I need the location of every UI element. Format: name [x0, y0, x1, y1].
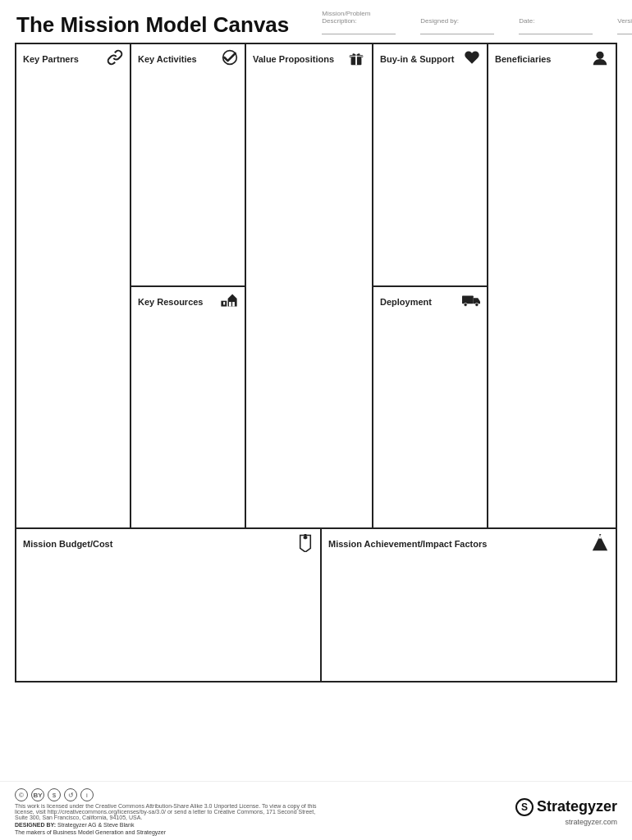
- heart-icon: [464, 49, 480, 70]
- beneficiaries-cell: Beneficiaries: [488, 44, 616, 527]
- page-header: The Mission Model Canvas Mission/Problem…: [0, 0, 632, 43]
- deployment-cell: Deployment: [373, 287, 487, 528]
- version-field: Version:: [617, 17, 632, 34]
- svg-rect-6: [223, 302, 225, 304]
- value-propositions-label: Value Propositions: [253, 54, 334, 64]
- gift-icon: [347, 49, 365, 71]
- buyin-support-cell: Buy-in & Support: [373, 44, 487, 287]
- svg-marker-3: [228, 294, 237, 299]
- workers-icon: [220, 292, 238, 313]
- value-propositions-cell: Value Propositions: [246, 44, 373, 527]
- license-text: This work is licensed under the Creative…: [15, 803, 327, 820]
- svg-point-13: [475, 303, 479, 306]
- cc-info-icon: i: [80, 788, 94, 801]
- beneficiaries-label: Beneficiaries: [495, 54, 551, 64]
- check-icon: [222, 49, 238, 70]
- cc-nc-icon: $: [48, 788, 61, 801]
- key-resources-label: Key Resources: [138, 297, 204, 307]
- designed-by-field: Designed by:: [420, 17, 494, 34]
- canvas-bottom-row: Mission Budget/Cost Mission Achievement/…: [16, 529, 616, 681]
- mission-achievement-cell: Mission Achievement/Impact Factors: [322, 529, 616, 681]
- key-activities-cell: Key Activities: [131, 44, 245, 287]
- canvas-wrapper: Key Partners Key Activities: [0, 43, 632, 778]
- designed-by: DESIGNED BY: Strategyzer AG & Steve Blan…: [15, 822, 327, 828]
- canvas: Key Partners Key Activities: [15, 43, 617, 682]
- svg-rect-10: [350, 56, 364, 57]
- link-icon: [107, 49, 123, 70]
- page-title: The Mission Model Canvas: [16, 12, 289, 38]
- mission-budget-label: Mission Budget/Cost: [23, 539, 112, 549]
- key-partners-label: Key Partners: [23, 54, 79, 64]
- person-icon: [591, 49, 609, 71]
- svg-rect-4: [229, 302, 231, 307]
- activities-resources-column: Key Activities Key Resources: [131, 44, 246, 527]
- strategyzer-logo-icon: S: [515, 798, 534, 816]
- cc-by-icon: BY: [31, 788, 44, 801]
- deployment-label: Deployment: [380, 297, 432, 307]
- key-partners-cell: Key Partners: [16, 44, 131, 527]
- svg-point-12: [464, 303, 467, 306]
- tag-icon: [297, 534, 314, 556]
- strategyzer-url: strategyzer.com: [565, 818, 617, 826]
- buyin-support-label: Buy-in & Support: [380, 54, 454, 64]
- cc-sa-icon: ↺: [64, 788, 77, 801]
- mission-achievement-label: Mission Achievement/Impact Factors: [328, 539, 487, 549]
- footer: © BY $ ↺ i This work is licensed under t…: [0, 781, 632, 840]
- date-field: Date:: [519, 17, 593, 34]
- key-resources-cell: Key Resources: [131, 287, 245, 528]
- mountain-icon: [591, 534, 609, 556]
- mission-budget-cell: Mission Budget/Cost: [16, 529, 322, 681]
- svg-rect-5: [232, 302, 235, 307]
- cc-icon: ©: [15, 788, 28, 801]
- footer-right: S Strategyzer strategyzer.com: [515, 798, 617, 826]
- footer-left: © BY $ ↺ i This work is licensed under t…: [15, 788, 327, 835]
- strategyzer-logo: S Strategyzer: [515, 798, 617, 816]
- buyin-deployment-column: Buy-in & Support Deployment: [373, 44, 488, 527]
- svg-rect-11: [462, 295, 474, 304]
- canvas-main-row: Key Partners Key Activities: [16, 44, 616, 529]
- svg-point-14: [596, 52, 603, 59]
- header-fields: Mission/Problem Description: Designed by…: [322, 10, 632, 38]
- mission-description-field: Mission/Problem Description:: [322, 10, 396, 34]
- truck-icon: [462, 292, 480, 313]
- makers-text: The makers of Business Model Generation …: [15, 829, 327, 835]
- svg-rect-16: [304, 536, 308, 538]
- strategyzer-brand-name: Strategyzer: [537, 798, 617, 815]
- footer-license-icons: © BY $ ↺ i: [15, 788, 327, 801]
- key-activities-label: Key Activities: [138, 54, 197, 64]
- svg-marker-18: [598, 536, 602, 539]
